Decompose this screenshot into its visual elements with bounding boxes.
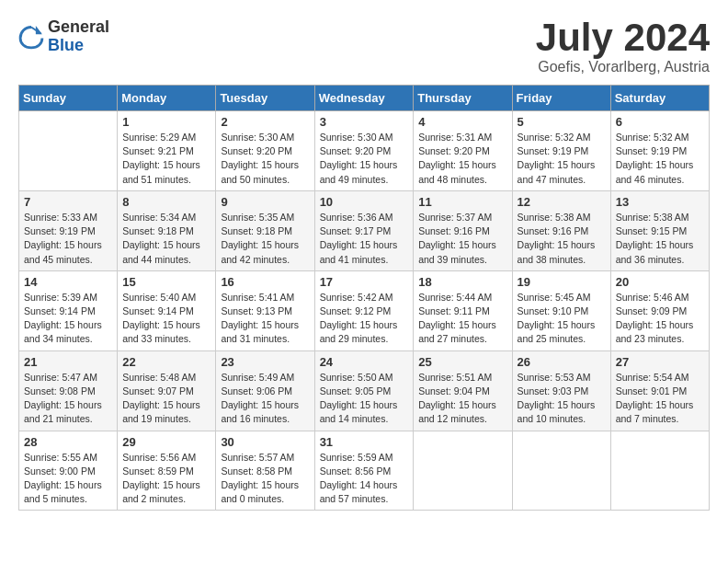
page-header: General Blue July 2024 Goefis, Vorarlber… — [18, 18, 710, 75]
calendar-header-row: SundayMondayTuesdayWednesdayThursdayFrid… — [19, 86, 710, 111]
day-number: 10 — [320, 195, 409, 209]
column-header-friday: Friday — [512, 86, 610, 111]
day-number: 20 — [616, 275, 704, 289]
day-info: Sunrise: 5:34 AM Sunset: 9:18 PM Dayligh… — [122, 211, 210, 267]
day-info: Sunrise: 5:46 AM Sunset: 9:09 PM Dayligh… — [616, 291, 704, 347]
day-number: 13 — [616, 195, 704, 209]
calendar-cell: 12Sunrise: 5:38 AM Sunset: 9:16 PM Dayli… — [512, 190, 610, 270]
calendar-cell: 19Sunrise: 5:45 AM Sunset: 9:10 PM Dayli… — [512, 270, 610, 350]
day-info: Sunrise: 5:39 AM Sunset: 9:14 PM Dayligh… — [24, 291, 112, 347]
day-number: 27 — [616, 355, 704, 369]
day-info: Sunrise: 5:53 AM Sunset: 9:03 PM Dayligh… — [518, 371, 606, 427]
day-number: 5 — [518, 115, 606, 129]
day-number: 8 — [122, 195, 210, 209]
calendar-cell: 27Sunrise: 5:54 AM Sunset: 9:01 PM Dayli… — [610, 350, 709, 431]
calendar-cell: 17Sunrise: 5:42 AM Sunset: 9:12 PM Dayli… — [314, 270, 414, 350]
day-info: Sunrise: 5:33 AM Sunset: 9:19 PM Dayligh… — [24, 211, 112, 267]
column-header-saturday: Saturday — [610, 86, 709, 111]
day-info: Sunrise: 5:51 AM Sunset: 9:04 PM Dayligh… — [418, 371, 506, 427]
calendar-cell: 7Sunrise: 5:33 AM Sunset: 9:19 PM Daylig… — [19, 190, 118, 270]
calendar-cell: 28Sunrise: 5:55 AM Sunset: 9:00 PM Dayli… — [19, 431, 118, 511]
day-number: 11 — [418, 195, 506, 209]
day-info: Sunrise: 5:47 AM Sunset: 9:08 PM Dayligh… — [24, 371, 112, 427]
calendar-cell: 22Sunrise: 5:48 AM Sunset: 9:07 PM Dayli… — [118, 350, 216, 431]
logo: General Blue — [18, 18, 109, 55]
column-header-sunday: Sunday — [19, 86, 118, 111]
day-number: 17 — [320, 275, 409, 289]
day-info: Sunrise: 5:31 AM Sunset: 9:20 PM Dayligh… — [418, 131, 506, 187]
day-number: 14 — [24, 275, 112, 289]
day-info: Sunrise: 5:38 AM Sunset: 9:16 PM Dayligh… — [518, 211, 606, 267]
column-header-wednesday: Wednesday — [314, 86, 414, 111]
day-info: Sunrise: 5:44 AM Sunset: 9:11 PM Dayligh… — [418, 291, 506, 347]
day-info: Sunrise: 5:35 AM Sunset: 9:18 PM Dayligh… — [221, 211, 309, 267]
calendar-cell: 10Sunrise: 5:36 AM Sunset: 9:17 PM Dayli… — [314, 190, 414, 270]
calendar-cell: 9Sunrise: 5:35 AM Sunset: 9:18 PM Daylig… — [216, 190, 314, 270]
calendar-table: SundayMondayTuesdayWednesdayThursdayFrid… — [18, 85, 710, 511]
day-number: 25 — [418, 355, 506, 369]
calendar-cell: 3Sunrise: 5:30 AM Sunset: 9:20 PM Daylig… — [314, 111, 414, 191]
calendar-cell: 29Sunrise: 5:56 AM Sunset: 8:59 PM Dayli… — [118, 431, 216, 511]
calendar-week-row: 14Sunrise: 5:39 AM Sunset: 9:14 PM Dayli… — [19, 270, 710, 350]
day-info: Sunrise: 5:29 AM Sunset: 9:21 PM Dayligh… — [122, 131, 210, 187]
calendar-cell — [414, 431, 512, 511]
logo-blue: Blue — [48, 37, 109, 55]
calendar-cell: 5Sunrise: 5:32 AM Sunset: 9:19 PM Daylig… — [512, 111, 610, 191]
day-info: Sunrise: 5:50 AM Sunset: 9:05 PM Dayligh… — [320, 371, 409, 427]
calendar-cell: 26Sunrise: 5:53 AM Sunset: 9:03 PM Dayli… — [512, 350, 610, 431]
calendar-cell — [19, 111, 118, 191]
calendar-week-row: 7Sunrise: 5:33 AM Sunset: 9:19 PM Daylig… — [19, 190, 710, 270]
calendar-cell: 23Sunrise: 5:49 AM Sunset: 9:06 PM Dayli… — [216, 350, 314, 431]
column-header-tuesday: Tuesday — [216, 86, 314, 111]
day-number: 31 — [320, 435, 409, 449]
calendar-week-row: 1Sunrise: 5:29 AM Sunset: 9:21 PM Daylig… — [19, 111, 710, 191]
calendar-cell: 4Sunrise: 5:31 AM Sunset: 9:20 PM Daylig… — [414, 111, 512, 191]
calendar-cell: 11Sunrise: 5:37 AM Sunset: 9:16 PM Dayli… — [414, 190, 512, 270]
day-number: 3 — [320, 115, 409, 129]
day-number: 1 — [122, 115, 210, 129]
calendar-cell: 25Sunrise: 5:51 AM Sunset: 9:04 PM Dayli… — [414, 350, 512, 431]
day-number: 19 — [518, 275, 606, 289]
day-info: Sunrise: 5:37 AM Sunset: 9:16 PM Dayligh… — [418, 211, 506, 267]
calendar-cell — [512, 431, 610, 511]
calendar-cell: 20Sunrise: 5:46 AM Sunset: 9:09 PM Dayli… — [610, 270, 709, 350]
day-info: Sunrise: 5:45 AM Sunset: 9:10 PM Dayligh… — [518, 291, 606, 347]
day-info: Sunrise: 5:32 AM Sunset: 9:19 PM Dayligh… — [616, 131, 704, 187]
calendar-cell — [610, 431, 709, 511]
day-info: Sunrise: 5:41 AM Sunset: 9:13 PM Dayligh… — [221, 291, 309, 347]
day-number: 30 — [221, 435, 309, 449]
column-header-monday: Monday — [118, 86, 216, 111]
day-info: Sunrise: 5:49 AM Sunset: 9:06 PM Dayligh… — [221, 371, 309, 427]
day-number: 24 — [320, 355, 409, 369]
calendar-week-row: 21Sunrise: 5:47 AM Sunset: 9:08 PM Dayli… — [19, 350, 710, 431]
calendar-cell: 16Sunrise: 5:41 AM Sunset: 9:13 PM Dayli… — [216, 270, 314, 350]
calendar-week-row: 28Sunrise: 5:55 AM Sunset: 9:00 PM Dayli… — [19, 431, 710, 511]
day-info: Sunrise: 5:30 AM Sunset: 9:20 PM Dayligh… — [221, 131, 309, 187]
day-number: 15 — [122, 275, 210, 289]
day-number: 29 — [122, 435, 210, 449]
day-number: 16 — [221, 275, 309, 289]
day-number: 26 — [518, 355, 606, 369]
calendar-cell: 24Sunrise: 5:50 AM Sunset: 9:05 PM Dayli… — [314, 350, 414, 431]
calendar-cell: 1Sunrise: 5:29 AM Sunset: 9:21 PM Daylig… — [118, 111, 216, 191]
month-title: July 2024 — [536, 18, 710, 57]
calendar-cell: 30Sunrise: 5:57 AM Sunset: 8:58 PM Dayli… — [216, 431, 314, 511]
day-info: Sunrise: 5:48 AM Sunset: 9:07 PM Dayligh… — [122, 371, 210, 427]
day-number: 9 — [221, 195, 309, 209]
calendar-cell: 13Sunrise: 5:38 AM Sunset: 9:15 PM Dayli… — [610, 190, 709, 270]
day-info: Sunrise: 5:30 AM Sunset: 9:20 PM Dayligh… — [320, 131, 409, 187]
title-area: July 2024 Goefis, Vorarlberg, Austria — [536, 18, 710, 75]
day-number: 7 — [24, 195, 112, 209]
day-info: Sunrise: 5:57 AM Sunset: 8:58 PM Dayligh… — [221, 451, 309, 507]
calendar-cell: 31Sunrise: 5:59 AM Sunset: 8:56 PM Dayli… — [314, 431, 414, 511]
day-info: Sunrise: 5:42 AM Sunset: 9:12 PM Dayligh… — [320, 291, 409, 347]
calendar-cell: 18Sunrise: 5:44 AM Sunset: 9:11 PM Dayli… — [414, 270, 512, 350]
day-info: Sunrise: 5:59 AM Sunset: 8:56 PM Dayligh… — [320, 451, 409, 507]
day-number: 6 — [616, 115, 704, 129]
day-number: 18 — [418, 275, 506, 289]
calendar-cell: 2Sunrise: 5:30 AM Sunset: 9:20 PM Daylig… — [216, 111, 314, 191]
calendar-cell: 6Sunrise: 5:32 AM Sunset: 9:19 PM Daylig… — [610, 111, 709, 191]
calendar-cell: 8Sunrise: 5:34 AM Sunset: 9:18 PM Daylig… — [118, 190, 216, 270]
day-info: Sunrise: 5:55 AM Sunset: 9:00 PM Dayligh… — [24, 451, 112, 507]
day-info: Sunrise: 5:56 AM Sunset: 8:59 PM Dayligh… — [122, 451, 210, 507]
